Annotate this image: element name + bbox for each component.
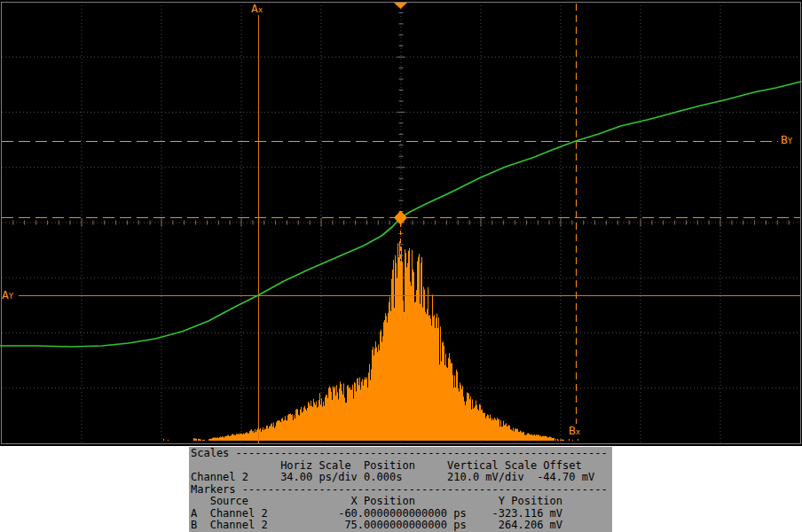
trigger-position-icon[interactable]	[394, 3, 407, 9]
panel-marker-a-row: A Channel 2 -60.0000000000000 ps -323.11…	[191, 508, 612, 520]
panel-scales-columns: Horiz Scale Position Vertical Scale Offs…	[191, 460, 612, 473]
marker-ay-label-main: A	[2, 288, 9, 301]
marker-bx-label[interactable]: Bx	[569, 425, 580, 438]
panel-markers-columns: Source X Position Y Position	[191, 496, 612, 508]
marker-bx-label-sub: x	[576, 427, 580, 436]
scales-markers-panel: Scales ---------------------------------…	[189, 447, 612, 532]
panel-markers-header: Markers --------------------------------…	[191, 484, 612, 497]
bottom-band: Scales ---------------------------------…	[0, 446, 802, 532]
panel-scales-header: Scales ---------------------------------…	[191, 448, 612, 460]
marker-by-label-sub: Y	[788, 137, 792, 145]
panel-scales-row: Channel 2 34.00 ps/div 0.000s 210.0 mV/d…	[191, 472, 612, 484]
marker-by-label[interactable]: BY	[781, 134, 792, 147]
marker-ax-label-main: A	[251, 2, 258, 15]
marker-ay-label[interactable]: AY	[2, 289, 13, 302]
graticule-area: Ax AY BY Bx	[0, 0, 802, 446]
scope-display	[0, 0, 802, 446]
marker-ax-label[interactable]: Ax	[251, 3, 263, 16]
marker-by-label-main: B	[781, 133, 788, 146]
oscilloscope-screen: Ax AY BY Bx Scales ---------------------…	[0, 0, 802, 532]
jitter-histogram	[164, 241, 578, 441]
panel-marker-b-row: B Channel 2 75.0000000000000 ps 264.206 …	[191, 520, 612, 532]
marker-ay-label-sub: Y	[9, 292, 13, 301]
marker-bx-label-main: B	[569, 424, 576, 437]
marker-ax-label-sub: x	[258, 5, 263, 14]
